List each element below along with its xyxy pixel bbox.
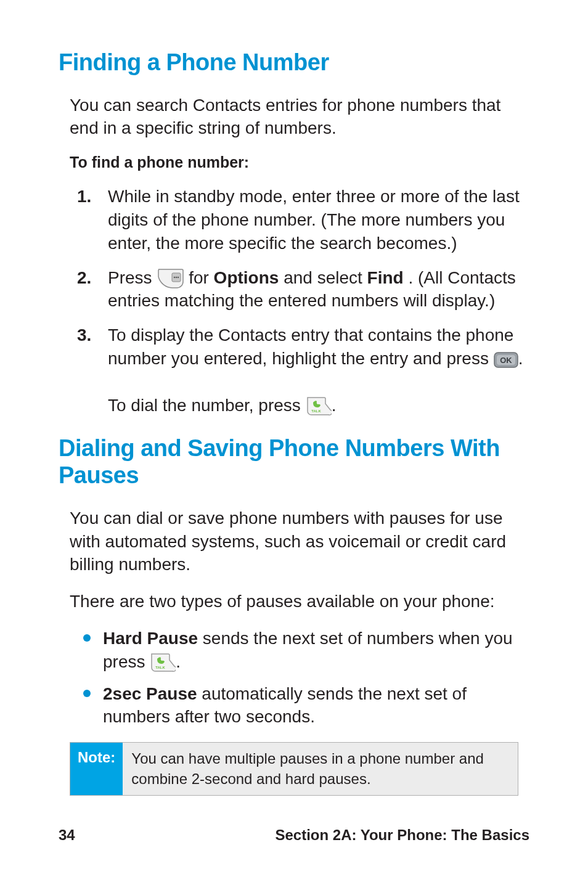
text-2sec-pause: 2sec Pause <box>103 684 197 703</box>
text-fragment: To display the Contacts entry that conta… <box>108 325 513 368</box>
list-text: Hard Pause sends the next set of numbers… <box>103 627 529 674</box>
svg-point-3 <box>178 277 179 278</box>
text-fragment: . <box>332 396 337 415</box>
step-2: 2. Press for Options and select Find . (… <box>77 266 529 313</box>
heading-finding-phone-number: Finding a Phone Number <box>59 49 529 76</box>
svg-point-1 <box>174 277 175 278</box>
bullet-icon <box>83 634 91 642</box>
svg-text:OK: OK <box>500 356 512 365</box>
step-1: 1. While in standby mode, enter three or… <box>77 185 529 255</box>
svg-text:TALK: TALK <box>311 409 321 413</box>
text-hard-pause: Hard Pause <box>103 629 198 648</box>
text-fragment: To dial the number, press <box>108 396 306 415</box>
text-fragment: and select <box>284 268 367 287</box>
intro-paragraph-1: You can search Contacts entries for phon… <box>70 94 529 141</box>
bullet-icon <box>83 690 91 697</box>
svg-point-2 <box>176 277 177 278</box>
step-number: 2. <box>77 266 94 313</box>
note-label: Note: <box>70 743 123 795</box>
talk-key-icon: TALK <box>150 652 176 673</box>
text-options: Options <box>214 268 279 287</box>
ok-key-icon: OK <box>494 352 518 368</box>
step-3: 3. To display the Contacts entry that co… <box>77 324 529 417</box>
section-label: Section 2A: Your Phone: The Basics <box>275 827 529 844</box>
intro-paragraph-2: You can dial or save phone numbers with … <box>70 507 529 576</box>
svg-text:TALK: TALK <box>155 666 165 669</box>
text-fragment: . <box>518 349 523 368</box>
list-item: Hard Pause sends the next set of numbers… <box>83 627 529 674</box>
page: Finding a Phone Number You can search Co… <box>0 0 588 882</box>
step-number: 3. <box>77 324 94 417</box>
note-body: You can have multiple pauses in a phone … <box>123 743 518 795</box>
heading-dialing-with-pauses: Dialing and Saving Phone Numbers With Pa… <box>59 435 529 489</box>
page-number: 34 <box>59 827 75 844</box>
pauses-list: Hard Pause sends the next set of numbers… <box>83 627 529 729</box>
page-footer: 34 Section 2A: Your Phone: The Basics <box>59 827 529 844</box>
steps-list: 1. While in standby mode, enter three or… <box>77 185 529 417</box>
step-number: 1. <box>77 185 94 255</box>
step-text: Press for Options and select Find . (All… <box>108 266 529 313</box>
subheading-to-find: To find a phone number: <box>70 153 529 171</box>
text-find: Find <box>367 268 404 287</box>
list-item: 2sec Pause automatically sends the next … <box>83 682 529 729</box>
text-fragment: . <box>176 652 181 671</box>
step-text: To display the Contacts entry that conta… <box>108 324 529 417</box>
list-text: 2sec Pause automatically sends the next … <box>103 682 529 729</box>
note-callout: Note: You can have multiple pauses in a … <box>70 742 518 796</box>
step-text: While in standby mode, enter three or mo… <box>108 185 529 255</box>
text-fragment: Press <box>108 268 157 287</box>
talk-key-icon: TALK <box>306 396 332 417</box>
softkey-right-icon <box>157 269 184 288</box>
text-fragment: for <box>189 268 213 287</box>
intro-paragraph-3: There are two types of pauses available … <box>70 590 529 613</box>
